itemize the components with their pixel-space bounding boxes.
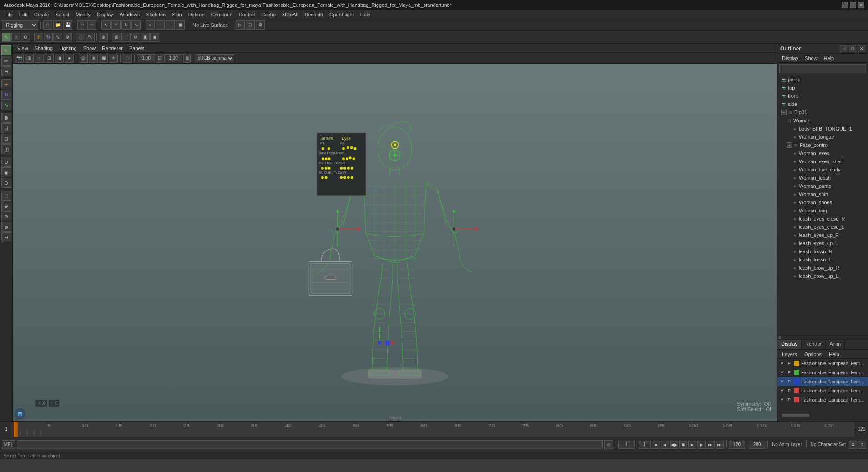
face-select-icon[interactable]: ▣ <box>176 20 185 30</box>
tool15[interactable]: ⊙ <box>1 178 11 188</box>
viewport-menu-shading[interactable]: Shading <box>32 45 56 52</box>
vp-resolution-icon[interactable]: ⊕ <box>89 54 98 63</box>
maximize-button[interactable]: □ <box>850 2 856 8</box>
vp-isolate-icon[interactable]: ⊙ <box>79 54 88 63</box>
close-button[interactable]: ✕ <box>858 2 864 8</box>
rotate-tool-icon[interactable]: ↻ <box>121 20 131 30</box>
outliner-minimize-btn[interactable]: — <box>840 45 847 52</box>
tree-item-woman-pants[interactable]: ◈ Woman_pants <box>777 182 868 190</box>
tree-item-woman-shoes[interactable]: ◈ Woman_shoes <box>777 198 868 206</box>
tree-item-woman[interactable]: ⊡ Woman <box>777 116 868 125</box>
tree-item-woman-hair[interactable]: ◈ Woman_hair_curly <box>777 166 868 174</box>
layer-menu-layers[interactable]: Layers <box>779 351 800 358</box>
outliner-close-btn[interactable]: ✕ <box>858 45 865 52</box>
tree-item-leash-frown-r[interactable]: ◈ leash_frown_R <box>777 247 868 256</box>
snap-point-icon[interactable]: ⊙ <box>131 33 140 42</box>
tree-item-bip01[interactable]: + ⊡ Bip01 <box>777 108 868 116</box>
tree-item-leash-frown-l[interactable]: ◈ leash_frown_L <box>777 256 868 264</box>
vp-shade2-icon[interactable]: ● <box>65 54 74 63</box>
tree-item-woman-bag[interactable]: ◈ Woman_bag <box>777 206 868 215</box>
transport-play-fwd[interactable]: ▶ <box>688 441 696 449</box>
redo-icon[interactable]: ↪ <box>87 20 96 30</box>
rotate-left[interactable]: ↻ <box>1 90 11 100</box>
vp-xray-icon[interactable]: ◌ <box>123 54 132 63</box>
layer-menu-help[interactable]: Help <box>826 351 842 358</box>
tree-item-leash-up-r[interactable]: ◈ leash_eyes_up_R <box>777 231 868 239</box>
tree-item-leash-up-l[interactable]: ◈ leash_eyes_up_L <box>777 239 868 247</box>
outliner-menu-help[interactable]: Help <box>821 55 837 62</box>
layer-row-2[interactable]: V P Fashionable_European_Female_wi <box>777 368 868 377</box>
make-live-icon[interactable]: ◉ <box>150 33 159 42</box>
tree-item-leash-brow-r[interactable]: ◈ leash_brow_up_R <box>777 264 868 272</box>
viewport-menu-lighting[interactable]: Lighting <box>56 45 80 52</box>
layer-v-3[interactable]: V <box>779 379 785 384</box>
outliner-maximize-btn[interactable]: □ <box>849 45 856 52</box>
transport-next-key[interactable]: ⏭ <box>707 441 715 449</box>
layer-p-2[interactable]: P <box>787 370 792 375</box>
paint-tool-left[interactable]: ✏ <box>1 56 11 66</box>
menu-deform[interactable]: Deform <box>186 11 207 18</box>
menu-control[interactable]: Control <box>236 11 257 18</box>
range-start-input[interactable] <box>618 441 635 449</box>
select-tool-icon[interactable]: ↖ <box>101 20 111 30</box>
layer-v-5[interactable]: V <box>779 397 785 402</box>
layer-row-1[interactable]: V P Fashionable_European_Female_wit <box>777 359 868 368</box>
menu-modify[interactable]: Modify <box>73 11 93 18</box>
tool13[interactable]: ⊕ <box>1 157 11 167</box>
tree-item-woman-leash[interactable]: ◈ Woman_leash <box>777 174 868 182</box>
move-icon[interactable]: ✛ <box>34 33 43 42</box>
viewport-menu-view[interactable]: View <box>15 45 31 52</box>
tool12[interactable]: ◫ <box>1 144 11 154</box>
tree-item-woman-tongue[interactable]: ◈ Woman_tongue <box>777 133 868 141</box>
layer-row-5[interactable]: V P Fashionable_European_Female_wi <box>777 395 868 404</box>
tree-item-tongue[interactable]: ◈ body_BFB_TONGUE_1 <box>777 125 868 133</box>
timeline-ruler[interactable]: 1 5 10 15 20 25 30 35 40 45 50 55 60 65 … <box>14 422 854 437</box>
far-clip-input[interactable]: 1.00 <box>164 54 182 62</box>
range-end-input[interactable] <box>729 441 745 449</box>
menu-skeleton[interactable]: Skeleton <box>143 11 168 18</box>
move-tool-icon[interactable]: ✛ <box>111 20 121 30</box>
undo-icon[interactable]: ↩ <box>77 20 86 30</box>
menu-select[interactable]: Select <box>53 11 72 18</box>
near-clip-input[interactable]: 0.00 <box>137 54 155 62</box>
scale-left[interactable]: ⤡ <box>1 100 11 110</box>
menu-3dtoall[interactable]: 3DtoAll <box>279 11 301 18</box>
tree-item-leash-close-r[interactable]: ◈ leash_eyes_close_R <box>777 215 868 223</box>
scale-tool-icon[interactable]: ⤡ <box>131 20 141 30</box>
tree-item-leash-brow-l[interactable]: ◈ leash_brow_up_L <box>777 272 868 280</box>
universal-manip-icon[interactable]: ⊗ <box>63 33 72 42</box>
menu-skin[interactable]: Skin <box>169 11 184 18</box>
tool20[interactable]: ⊝ <box>1 232 11 242</box>
outliner-hscroll[interactable] <box>777 336 868 339</box>
tree-item-top[interactable]: 📷 top <box>777 84 868 92</box>
tree-item-face-control[interactable]: + ⊡ Face_control <box>777 141 868 149</box>
render-preview-icon[interactable]: ▷ <box>236 20 245 30</box>
save-scene-icon[interactable]: 💾 <box>63 20 72 30</box>
vert-select-icon[interactable]: · <box>156 20 165 30</box>
layer-row-3[interactable]: V P Fashionable_European_Female_wi <box>777 377 868 386</box>
new-scene-icon[interactable]: □ <box>43 20 52 30</box>
bottom-hscroll[interactable] <box>777 413 868 417</box>
layer-v-1[interactable]: V <box>779 361 785 366</box>
tab-display[interactable]: Display <box>777 340 802 349</box>
vp-wire-icon[interactable]: ⊡ <box>45 54 54 63</box>
open-scene-icon[interactable]: 📁 <box>53 20 62 30</box>
menu-file[interactable]: File <box>2 11 15 18</box>
tree-item-front[interactable]: 📷 front <box>777 92 868 100</box>
tool11[interactable]: ⊞ <box>1 134 11 144</box>
menu-edit[interactable]: Edit <box>16 11 30 18</box>
help-icon[interactable]: ? <box>858 441 866 449</box>
transport-prev-frame[interactable]: ◀ <box>661 441 669 449</box>
tree-item-leash-close-l[interactable]: ◈ leash_eyes_close_L <box>777 223 868 231</box>
ipr-icon[interactable]: ⊡ <box>246 20 255 30</box>
current-frame-input[interactable] <box>639 441 651 449</box>
transport-stop[interactable]: ⏹ <box>679 441 687 449</box>
tree-item-persp[interactable]: 📷 persp <box>777 75 868 84</box>
menu-constrain[interactable]: Constrain <box>208 11 235 18</box>
vp-shade-icon[interactable]: ◑ <box>55 54 64 63</box>
tool16[interactable]: ◌ <box>1 191 11 201</box>
snap-view-icon[interactable]: ▣ <box>141 33 150 42</box>
menu-help[interactable]: Help <box>358 11 373 18</box>
select-mode-icon[interactable]: ↖ <box>2 33 11 42</box>
tool14[interactable]: ◉ <box>1 167 11 177</box>
